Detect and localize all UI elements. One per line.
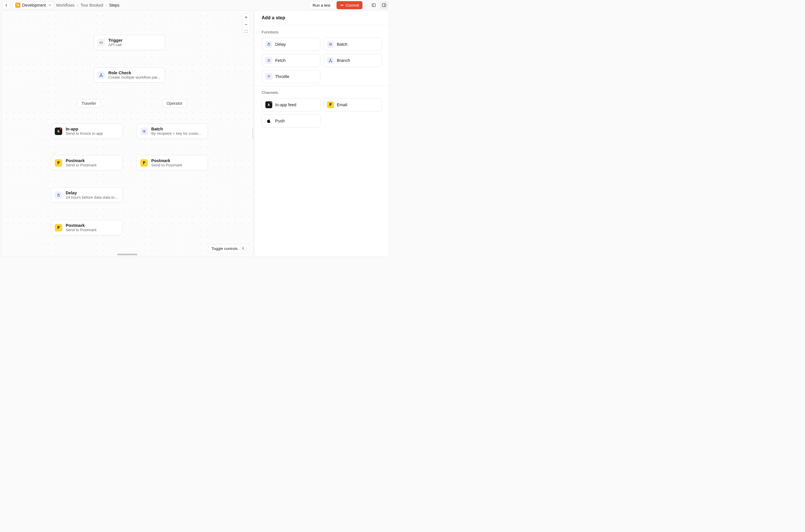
node-subtitle: API call xyxy=(108,43,123,47)
node-subtitle: Send to Knock in-app xyxy=(66,131,103,136)
branch-label-operator[interactable]: Operator xyxy=(162,99,187,108)
list-icon xyxy=(327,41,334,48)
node-title: Postmark xyxy=(66,223,96,228)
node-postmark-r1[interactable]: P Postmark Send to Postmark xyxy=(136,155,208,170)
chevron-down-icon xyxy=(49,4,51,7)
channels-section: Channels k In-app feed P Email Push xyxy=(255,86,389,130)
svg-point-13 xyxy=(100,76,100,77)
node-trigger[interactable]: Trigger API call xyxy=(94,35,165,50)
commit-button[interactable]: Commit xyxy=(336,1,363,9)
timer-icon xyxy=(55,191,62,199)
svg-rect-2 xyxy=(382,4,386,7)
node-postmark-l2[interactable]: P Postmark Send to Postmark xyxy=(51,220,123,235)
function-fetch[interactable]: Fetch xyxy=(262,54,321,67)
function-branch[interactable]: Branch xyxy=(323,54,382,67)
knock-icon: k xyxy=(266,101,272,108)
list-icon xyxy=(140,128,148,135)
toggle-controls-label: Toggle controls xyxy=(212,246,238,251)
horizontal-scrollbar[interactable] xyxy=(117,254,138,255)
node-subtitle: Send to Postmark xyxy=(66,163,96,167)
knock-icon: k xyxy=(55,128,62,135)
workflow-canvas[interactable]: Trigger API call Role Check Create multi… xyxy=(1,11,253,257)
canvas-nodes: Trigger API call Role Check Create multi… xyxy=(1,11,253,256)
branch-label-traveler[interactable]: Traveler xyxy=(77,99,100,108)
function-label: Fetch xyxy=(275,58,286,63)
svg-point-0 xyxy=(341,5,342,6)
node-in-app[interactable]: k In-app Send to Knock in-app xyxy=(51,124,123,139)
expand-icon xyxy=(244,30,248,33)
node-title: Batch xyxy=(151,127,201,131)
toggle-controls-button[interactable]: Toggle controls K xyxy=(208,244,250,253)
panel-left-icon xyxy=(371,3,376,7)
breadcrumb-workflows[interactable]: Workflows xyxy=(56,3,75,7)
zoom-controls xyxy=(242,14,250,35)
environment-selector[interactable]: Development xyxy=(13,1,54,9)
svg-point-14 xyxy=(102,76,103,77)
function-label: Batch xyxy=(337,42,347,46)
breadcrumb-workflow-name[interactable]: Tour Booked xyxy=(80,3,103,7)
channel-label: In-app feed xyxy=(275,102,296,107)
channels-label: Channels xyxy=(262,90,382,95)
panel-right-icon xyxy=(382,3,386,7)
zoom-in-button[interactable] xyxy=(242,14,250,21)
commit-label: Commit xyxy=(346,3,359,7)
keyboard-shortcut: K xyxy=(240,246,246,251)
node-batch[interactable]: Batch By recipient + key for custo... xyxy=(136,124,208,139)
function-label: Throttle xyxy=(275,74,289,79)
node-subtitle: 24 hours before data.data.to... xyxy=(66,195,118,200)
fullscreen-button[interactable] xyxy=(242,27,250,35)
run-test-label: Run a test xyxy=(313,3,330,7)
node-title: In-app xyxy=(66,127,103,131)
branch-icon xyxy=(327,57,334,64)
node-delay[interactable]: Delay 24 hours before data.data.to... xyxy=(51,187,123,203)
svg-point-12 xyxy=(100,73,102,74)
filter-icon xyxy=(266,73,272,80)
svg-rect-1 xyxy=(372,4,376,7)
channel-in-app-feed[interactable]: k In-app feed xyxy=(262,98,321,111)
panel-right-toggle[interactable] xyxy=(380,1,388,9)
postmark-icon: P xyxy=(55,224,62,231)
breadcrumb-steps[interactable]: Steps xyxy=(109,3,120,7)
channel-label: Push xyxy=(275,119,285,123)
node-title: Postmark xyxy=(66,158,96,163)
channel-label: Email xyxy=(337,102,347,107)
function-label: Delay xyxy=(275,42,286,46)
main: Trigger API call Role Check Create multi… xyxy=(0,11,390,258)
functions-label: Functions xyxy=(262,30,382,34)
zoom-out-button[interactable] xyxy=(242,21,250,27)
timer-icon xyxy=(266,41,272,48)
postmark-icon: P xyxy=(55,159,62,167)
commit-icon xyxy=(340,3,344,7)
node-title: Role Check xyxy=(108,71,161,75)
channel-email[interactable]: P Email xyxy=(323,98,382,111)
chevron-right-icon: › xyxy=(77,3,78,7)
postmark-icon: P xyxy=(140,159,148,167)
panel-left-toggle[interactable] xyxy=(370,1,378,9)
channel-push[interactable]: Push xyxy=(262,114,321,128)
branch-icon xyxy=(97,71,105,79)
swap-icon xyxy=(266,57,272,64)
branch-label-text: Traveler xyxy=(81,101,96,106)
functions-section: Functions Delay Batch xyxy=(255,25,389,86)
header-bar: Development Workflows › Tour Booked › St… xyxy=(0,0,390,11)
environment-label: Development xyxy=(22,3,46,7)
minus-icon xyxy=(244,23,248,26)
svg-point-18 xyxy=(329,61,330,62)
run-test-button[interactable]: Run a test xyxy=(309,1,334,9)
divider xyxy=(366,2,366,8)
back-button[interactable] xyxy=(2,1,11,9)
branch-label-text: Operator xyxy=(166,101,182,106)
environment-icon xyxy=(15,3,20,8)
sidebar-title: Add a step xyxy=(255,11,389,25)
node-role-check[interactable]: Role Check Create multiple workflow pat.… xyxy=(94,68,165,83)
svg-point-17 xyxy=(330,59,331,60)
function-throttle[interactable]: Throttle xyxy=(262,70,321,83)
node-subtitle: By recipient + key for custo... xyxy=(151,131,201,136)
breadcrumb: Workflows › Tour Booked › Steps xyxy=(56,3,120,7)
chevron-right-icon: › xyxy=(106,3,107,7)
function-batch[interactable]: Batch xyxy=(323,38,382,51)
node-title: Trigger xyxy=(108,38,123,43)
node-postmark-l1[interactable]: P Postmark Send to Postmark xyxy=(51,155,123,170)
function-delay[interactable]: Delay xyxy=(262,38,321,51)
svg-point-19 xyxy=(331,61,332,62)
